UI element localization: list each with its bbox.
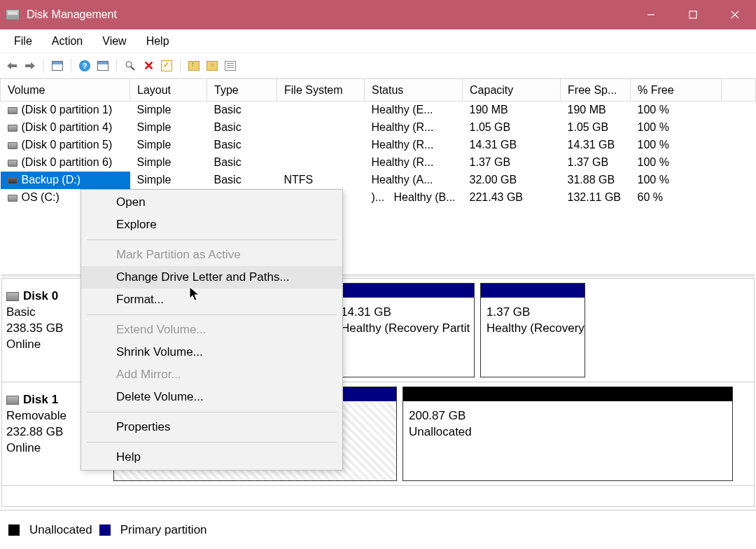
- delete-icon[interactable]: ✕: [141, 58, 156, 74]
- ctx-explore[interactable]: Explore: [81, 214, 342, 236]
- maximize-button[interactable]: [672, 0, 714, 29]
- properties-icon[interactable]: [159, 58, 174, 74]
- table-row[interactable]: (Disk 0 partition 4)SimpleBasicHealthy (…: [1, 119, 756, 137]
- table-row[interactable]: (Disk 0 partition 5)SimpleBasicHealthy (…: [1, 137, 756, 154]
- ctx-change-drive-letter[interactable]: Change Drive Letter and Paths...: [81, 266, 342, 289]
- refresh-button[interactable]: [95, 58, 111, 74]
- find-icon[interactable]: [204, 58, 220, 74]
- rescan-icon[interactable]: [122, 58, 138, 74]
- close-button[interactable]: [714, 0, 756, 29]
- legend-primary: Primary partition: [120, 523, 207, 537]
- column-headers[interactable]: Volume Layout Type File System Status Ca…: [1, 79, 756, 102]
- show-hide-console-button[interactable]: [50, 58, 65, 74]
- volume-list[interactable]: Volume Layout Type File System Status Ca…: [0, 78, 756, 207]
- legend-unallocated: Unallocated: [29, 523, 92, 537]
- col-layout[interactable]: Layout: [130, 79, 207, 102]
- col-capacity[interactable]: Capacity: [463, 79, 561, 102]
- legend-swatch-primary: [99, 524, 111, 536]
- ctx-properties[interactable]: Properties: [81, 416, 342, 438]
- ctx-format[interactable]: Format...: [81, 289, 342, 311]
- col-volume[interactable]: Volume: [1, 79, 130, 102]
- svg-line-5: [131, 67, 134, 70]
- toolbar: ? ✕: [0, 53, 756, 78]
- back-button[interactable]: [4, 58, 20, 74]
- ctx-open[interactable]: Open: [81, 191, 342, 214]
- menubar: File Action View Help: [0, 29, 756, 53]
- col-pct[interactable]: % Free: [631, 79, 722, 102]
- legend-swatch-unallocated: [8, 524, 20, 536]
- app-icon: [6, 9, 20, 20]
- ctx-add-mirror: Add Mirror...: [81, 363, 342, 386]
- help-icon[interactable]: ?: [77, 58, 92, 74]
- ctx-delete-volume[interactable]: Delete Volume...: [81, 386, 342, 408]
- menu-action[interactable]: Action: [42, 32, 92, 50]
- col-type[interactable]: Type: [207, 79, 277, 102]
- svg-point-4: [126, 62, 132, 67]
- table-row[interactable]: Backup (D:)SimpleBasicNTFSHealthy (A...3…: [1, 172, 756, 189]
- partition-block[interactable]: 1.37 GBHealthy (Recovery: [480, 283, 585, 377]
- partition-block[interactable]: 200.87 GBUnallocated: [402, 387, 733, 481]
- menu-view[interactable]: View: [92, 32, 136, 50]
- context-menu: Open Explore Mark Partition as Active Ch…: [80, 189, 343, 471]
- ctx-help[interactable]: Help: [81, 446, 342, 468]
- ctx-shrink-volume[interactable]: Shrink Volume...: [81, 341, 342, 363]
- col-status[interactable]: Status: [365, 79, 463, 102]
- table-row[interactable]: (Disk 0 partition 6)SimpleBasicHealthy (…: [1, 154, 756, 172]
- titlebar: Disk Management: [0, 0, 756, 29]
- col-filesystem[interactable]: File System: [277, 79, 365, 102]
- col-free[interactable]: Free Sp...: [561, 79, 631, 102]
- forward-button[interactable]: [22, 58, 38, 74]
- menu-file[interactable]: File: [4, 32, 42, 50]
- table-row[interactable]: (Disk 0 partition 1)SimpleBasicHealthy (…: [1, 102, 756, 119]
- window-title: Disk Management: [27, 8, 630, 21]
- list-icon[interactable]: [223, 58, 238, 74]
- legend: Unallocated Primary partition: [0, 510, 756, 549]
- menu-help[interactable]: Help: [136, 32, 179, 50]
- minimize-button[interactable]: [630, 0, 672, 29]
- ctx-mark-active: Mark Partition as Active: [81, 244, 342, 266]
- ctx-extend-volume: Extend Volume...: [81, 319, 342, 341]
- settings-icon[interactable]: [186, 58, 202, 74]
- partition-block[interactable]: 14.31 GBHealthy (Recovery Partit: [335, 283, 475, 377]
- svg-rect-1: [690, 11, 696, 18]
